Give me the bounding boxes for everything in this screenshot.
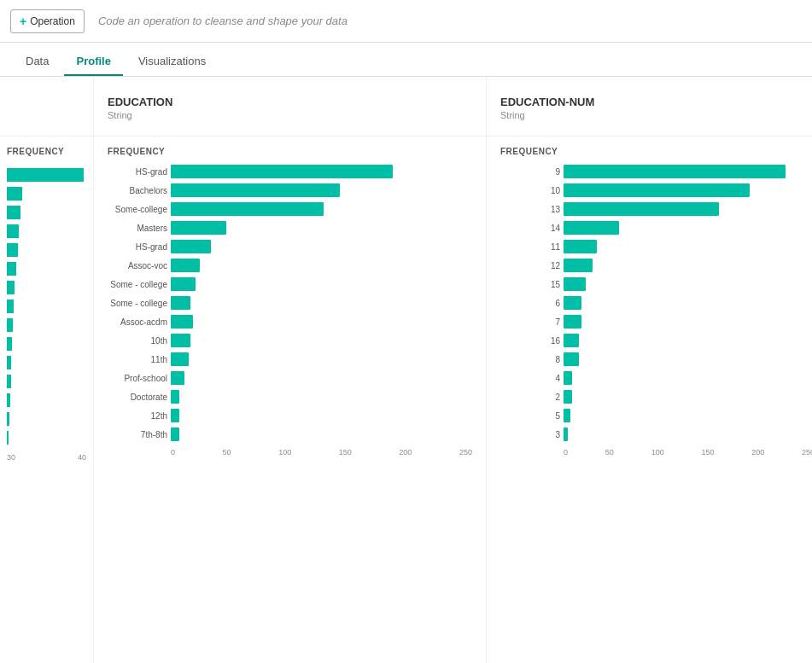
left-mini-bar (7, 412, 9, 426)
chart-area-0: FREQUENCYHS-gradBachelorsSome-collegeMas… (94, 137, 486, 663)
top-bar-hint: Code an operation to cleanse and shape y… (98, 15, 348, 27)
bars-1: 9101314111215671684253 (500, 163, 812, 443)
left-mini-bar (7, 431, 9, 445)
bar-label: 11 (500, 242, 560, 252)
bar-fill (564, 221, 619, 235)
bar-row: 7 (500, 313, 812, 330)
bar-label: Assoc-voc (108, 261, 167, 270)
bar-label: Some - college (108, 280, 167, 289)
bar-row: Masters (108, 219, 472, 236)
left-mini-bar (7, 337, 12, 351)
bar-row: 10 (500, 182, 812, 199)
freq-label-1: FREQUENCY (500, 147, 812, 156)
col-title-1: EDUCATION-NUM (500, 96, 812, 108)
left-mini-bar (7, 243, 18, 257)
bar-label: 12th (108, 411, 167, 421)
left-mini-bar (7, 206, 20, 219)
left-mini-bar-row (7, 335, 86, 352)
bar-row: 16 (500, 332, 812, 349)
bar-row: 11 (500, 238, 812, 255)
left-mini-bar-row (7, 429, 86, 446)
tab-visualizations[interactable]: Visualizations (126, 48, 218, 76)
operation-button[interactable]: + Operation (10, 9, 85, 33)
bar-row: Doctorate (108, 388, 472, 405)
left-mini-bar (7, 281, 15, 294)
bar-fill (171, 427, 179, 441)
left-mini-panel: FREQUENCY 30 40 (0, 77, 94, 663)
bar-row: 8 (500, 351, 812, 368)
columns-area: EDUCATIONStringFREQUENCYHS-gradBachelors… (94, 77, 812, 663)
bar-row: 4 (500, 369, 812, 387)
tab-data[interactable]: Data (14, 48, 61, 76)
bar-fill (564, 183, 750, 197)
bar-label: Assoc-acdm (108, 317, 167, 327)
bar-fill (171, 390, 179, 404)
bar-fill (564, 165, 786, 178)
left-mini-bar (7, 375, 11, 388)
bar-fill (564, 352, 579, 366)
bar-label: 5 (500, 411, 560, 421)
bar-fill (564, 427, 568, 441)
bar-row: 9 (500, 163, 812, 180)
bar-fill (171, 409, 179, 422)
col-type-1: String (500, 110, 812, 120)
bar-row: Assoc-voc (108, 257, 472, 274)
bar-row: Assoc-acdm (108, 313, 472, 330)
col-type-0: String (108, 110, 472, 120)
tab-profile[interactable]: Profile (64, 48, 122, 76)
left-mini-bar-row (7, 223, 86, 240)
bar-fill (564, 390, 572, 404)
bar-row: Some-college (108, 201, 472, 218)
col-title-0: EDUCATION (108, 96, 472, 108)
bar-fill (171, 202, 324, 216)
column-panel-1: EDUCATION-NUMStringFREQUENCY910131411121… (487, 77, 812, 663)
bars-0: HS-gradBachelorsSome-collegeMastersHS-gr… (108, 163, 472, 443)
bar-fill (564, 334, 579, 347)
bar-label: Prof-school (108, 374, 167, 383)
bar-row: 14 (500, 219, 812, 236)
left-mini-bar-row (7, 373, 86, 390)
main-content: FREQUENCY 30 40 EDUCATIONStringFREQUENCY… (0, 77, 812, 663)
bar-label: 3 (500, 430, 560, 439)
bar-label: 15 (500, 280, 560, 289)
bar-label: Masters (108, 224, 167, 233)
bar-label: 2 (500, 393, 560, 402)
left-mini-bar-row (7, 260, 86, 277)
axis-1: 050100150200250300 (500, 448, 812, 457)
bar-label: 13 (500, 205, 560, 214)
bar-label: 16 (500, 336, 560, 346)
bar-row: Prof-school (108, 369, 472, 387)
bar-row: 15 (500, 276, 812, 293)
left-mini-bar (7, 393, 10, 407)
left-mini-bars (0, 166, 93, 446)
bar-fill (564, 259, 593, 272)
bar-label: 14 (500, 224, 560, 233)
left-mini-bar (7, 356, 11, 369)
bar-label: 12 (500, 261, 560, 270)
bar-row: Some - college (108, 276, 472, 293)
bar-row: HS-grad (108, 163, 472, 180)
page-wrapper: + Operation Code an operation to cleanse… (0, 0, 812, 663)
left-freq-label: FREQUENCY (7, 147, 86, 156)
bar-fill (171, 259, 200, 272)
left-mini-bar (7, 224, 19, 238)
tabs-bar: Data Profile Visualizations (0, 43, 812, 77)
bar-label: HS-grad (108, 167, 167, 177)
bar-label: Some - college (108, 299, 167, 308)
bar-row: 13 (500, 201, 812, 218)
bar-label: 10th (108, 336, 167, 346)
left-mini-bar (7, 262, 16, 276)
left-mini-bar-row (7, 392, 86, 409)
bar-fill (171, 315, 193, 329)
bar-label: Doctorate (108, 393, 167, 402)
axis-0: 050100150200250 (108, 448, 472, 457)
left-axis: 30 40 (0, 450, 93, 462)
bar-fill (171, 352, 189, 366)
bar-row: 10th (108, 332, 472, 349)
bar-fill (171, 240, 211, 253)
left-mini-bar-row (7, 410, 86, 427)
bar-label: 7th-8th (108, 430, 167, 439)
left-mini-bar-row (7, 354, 86, 371)
bar-row: Some - college (108, 294, 472, 311)
left-mini-bar (7, 300, 14, 313)
